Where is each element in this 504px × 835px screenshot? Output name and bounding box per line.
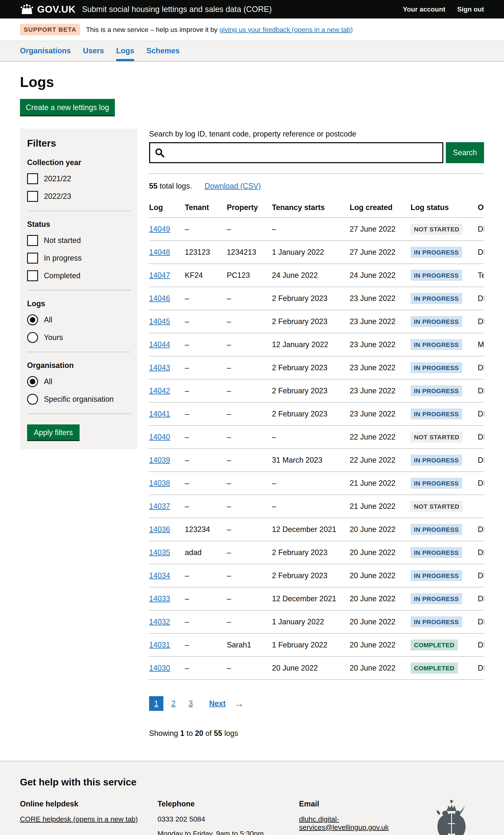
status-badge: IN PROGRESS [410, 616, 462, 627]
cell-tenancy-starts: 1 January 2022 [272, 241, 350, 264]
checkbox-option-2021-22[interactable]: 2021/22 [27, 173, 130, 184]
radio-selected[interactable] [27, 376, 38, 387]
cell-log-created: 20 June 2022 [350, 541, 410, 564]
cell-tenancy-starts: 12 December 2021 [272, 587, 350, 610]
cell-tenant: – [185, 333, 227, 356]
cell-owning-organisation: DLUHC Test [478, 356, 484, 379]
cell-tenancy-starts: 12 December 2021 [272, 518, 350, 541]
download-csv-link[interactable]: Download (CSV) [204, 182, 261, 190]
log-id-link[interactable]: 14048 [149, 248, 170, 257]
option-label: All [44, 315, 52, 324]
tab-users[interactable]: Users [83, 46, 104, 61]
log-id-link[interactable]: 14036 [149, 525, 170, 534]
log-id-link[interactable]: 14042 [149, 386, 170, 395]
radio-selected[interactable] [27, 314, 38, 325]
cell-property: – [227, 356, 272, 379]
log-id-link[interactable]: 14038 [149, 479, 170, 487]
checkbox-unselected[interactable] [27, 173, 38, 184]
option-label: Yours [44, 333, 63, 342]
log-id-link[interactable]: 14043 [149, 363, 170, 372]
log-id-link[interactable]: 14046 [149, 294, 170, 303]
log-id-link[interactable]: 14049 [149, 225, 170, 233]
search-button[interactable]: Search [446, 142, 484, 163]
email-link[interactable]: dluhc.digital-services@levellingup.gov.u… [299, 815, 389, 831]
option-label: In progress [44, 254, 82, 263]
create-lettings-log-button[interactable]: Create a new lettings log [20, 99, 115, 115]
page-link-1[interactable]: 1 [149, 696, 163, 711]
log-id-link[interactable]: 14034 [149, 571, 170, 580]
cell-tenant: – [185, 449, 227, 472]
checkbox-option-in-progress[interactable]: In progress [27, 253, 130, 264]
cell-tenancy-starts: 1 February 2022 [272, 633, 350, 656]
sign-out-link[interactable]: Sign out [457, 5, 484, 13]
log-id-link[interactable]: 14040 [149, 433, 170, 441]
radio-option-specific-organisation[interactable]: Specific organisation [27, 394, 130, 405]
log-id-link[interactable]: 14037 [149, 502, 170, 511]
log-id-link[interactable]: 14033 [149, 594, 170, 603]
cell-tenant: – [185, 656, 227, 679]
tab-organisations[interactable]: Organisations [20, 46, 71, 61]
log-id-link[interactable]: 14047 [149, 271, 170, 280]
table-row: 14032––1 January 202220 June 2022IN PROG… [149, 610, 484, 633]
radio-unselected[interactable] [27, 332, 38, 343]
checkbox-unselected[interactable] [27, 253, 38, 264]
core-helpdesk-link[interactable]: CORE helpdesk (opens in a new tab) [20, 815, 138, 823]
cell-tenancy-starts: 2 February 2023 [272, 564, 350, 587]
cell-tenancy-starts: 2 February 2023 [272, 379, 350, 402]
status-badge: IN PROGRESS [410, 270, 462, 281]
radio-option-all[interactable]: All [27, 376, 130, 387]
cell-log-created: 20 June 2022 [350, 610, 410, 633]
table-row: 14030––20 June 202220 June 2022COMPLETED… [149, 656, 484, 679]
next-page-link[interactable]: Next [204, 696, 230, 711]
feedback-link[interactable]: giving us your feedback (opens in a new … [219, 26, 353, 34]
page-link-3[interactable]: 3 [184, 696, 198, 711]
log-id-link[interactable]: 14044 [149, 340, 170, 349]
cell-log-created: 23 June 2022 [350, 287, 410, 310]
log-id-link[interactable]: 14031 [149, 640, 170, 649]
cell-tenant: – [185, 587, 227, 610]
beta-tag: SUPPORT BETA [20, 24, 80, 35]
status-badge: IN PROGRESS [410, 524, 462, 535]
status-badge: IN PROGRESS [410, 408, 462, 420]
checkbox-unselected[interactable] [27, 270, 38, 281]
apply-filters-button[interactable]: Apply filters [27, 424, 80, 440]
cell-log-created: 21 June 2022 [350, 472, 410, 495]
footer-crest-column: © Crown copyright [419, 799, 484, 835]
cell-property: – [227, 218, 272, 241]
radio-unselected[interactable] [27, 394, 38, 405]
radio-option-all[interactable]: All [27, 314, 130, 325]
cell-property: Sarah1 [227, 633, 272, 656]
cell-tenancy-starts: 31 March 2023 [272, 449, 350, 472]
log-id-link[interactable]: 14041 [149, 409, 170, 418]
checkbox-unselected[interactable] [27, 235, 38, 246]
footer-col-title: Online helpdesk [20, 799, 158, 808]
service-name: Submit social housing lettings and sales… [82, 5, 272, 14]
tab-schemes[interactable]: Schemes [146, 46, 180, 61]
search-input[interactable] [149, 142, 443, 163]
cell-tenant: – [185, 633, 227, 656]
checkbox-option-completed[interactable]: Completed [27, 270, 130, 281]
tab-logs[interactable]: Logs [116, 46, 134, 61]
radio-option-yours[interactable]: Yours [27, 332, 130, 343]
logs-section: Search by log ID, tenant code, property … [149, 129, 484, 761]
page-link-2[interactable]: 2 [166, 696, 181, 711]
log-id-link[interactable]: 14039 [149, 456, 170, 464]
checkbox-option-not-started[interactable]: Not started [27, 235, 130, 246]
cell-tenant: – [185, 310, 227, 333]
log-id-link[interactable]: 14030 [149, 664, 170, 672]
cell-owning-organisation: DLUHC Test [478, 633, 484, 656]
status-badge: IN PROGRESS [410, 547, 462, 558]
cell-owning-organisation: DLUHC [478, 218, 484, 241]
log-id-link[interactable]: 14032 [149, 617, 170, 626]
checkbox-option-2022-23[interactable]: 2022/23 [27, 191, 130, 202]
column-header-log-status: Log status [410, 199, 478, 218]
phase-banner-text-static: This is a new service – help us improve … [86, 26, 219, 34]
cell-tenancy-starts: – [272, 426, 350, 449]
cell-tenancy-starts: 2 February 2023 [272, 310, 350, 333]
govuk-logo[interactable]: GOV.UK [20, 4, 76, 15]
log-id-link[interactable]: 14035 [149, 548, 170, 557]
your-account-link[interactable]: Your account [403, 5, 445, 13]
cell-log-created: 23 June 2022 [350, 402, 410, 426]
checkbox-unselected[interactable] [27, 191, 38, 202]
log-id-link[interactable]: 14045 [149, 317, 170, 326]
